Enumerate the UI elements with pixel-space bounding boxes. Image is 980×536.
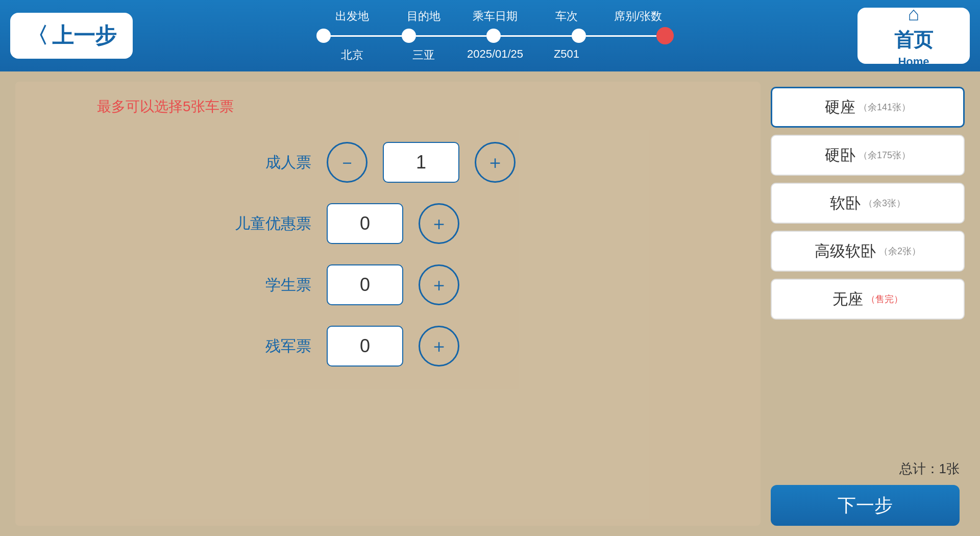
main-content: 最多可以选择5张车票 成人票 － 1 ＋ 儿童优惠票 0 ＋ 学生票 0 ＋ 残… [0, 71, 980, 536]
hard-sleeper-remain: （余175张） [859, 149, 911, 161]
premium-sleeper-remain: （余2张） [879, 245, 921, 257]
ticket-row-child: 儿童优惠票 0 ＋ [209, 203, 567, 244]
ticket-label-student: 学生票 [209, 275, 311, 296]
progress-steps: 出发地 目的地 乘车日期 车次 席别/张数 北京 三亚 2025/01/25 Z… [133, 9, 857, 63]
child-increase-button[interactable]: ＋ [419, 203, 459, 244]
step-values: 北京 三亚 2025/01/25 Z501 [316, 47, 674, 63]
step-line-1 [416, 35, 487, 37]
back-button[interactable]: 〈 上一步 [10, 13, 133, 59]
seat-button-hard-sleeper[interactable]: 硬卧 （余175张） [771, 135, 965, 176]
step-label-3: 车次 [536, 9, 597, 24]
home-sub-label: Home [898, 55, 929, 68]
left-panel: 最多可以选择5张车票 成人票 － 1 ＋ 儿童优惠票 0 ＋ 学生票 0 ＋ 残… [15, 82, 761, 526]
step-label-4: 席别/张数 [607, 9, 669, 24]
ticket-label-child: 儿童优惠票 [209, 213, 311, 234]
next-button[interactable]: 下一步 [771, 485, 960, 526]
seat-button-hard-seat[interactable]: 硬座 （余141张） [771, 87, 965, 128]
right-panel: 硬座 （余141张） 硬卧 （余175张） 软卧 （余3张） 高级软卧 （余2张… [771, 82, 965, 526]
step-value-0: 北京 [322, 47, 383, 63]
soft-sleeper-name: 软卧 [830, 193, 861, 214]
step-dot-2 [486, 29, 501, 43]
step-label-2: 乘车日期 [464, 9, 526, 24]
ticket-label-adult: 成人票 [209, 152, 311, 173]
veteran-qty-display: 0 [327, 326, 403, 367]
seat-button-no-seat[interactable]: 无座 （售完） [771, 279, 965, 320]
veteran-increase-button[interactable]: ＋ [419, 326, 459, 367]
steps-track [316, 27, 674, 44]
step-value-3: Z501 [536, 47, 597, 63]
back-arrow-icon: 〈 [27, 21, 48, 50]
total-area: 总计：1张 下一步 [771, 460, 965, 526]
adult-increase-button[interactable]: ＋ [475, 142, 516, 183]
step-label-0: 出发地 [322, 9, 383, 24]
seat-button-premium-sleeper[interactable]: 高级软卧 （余2张） [771, 231, 965, 272]
step-line-3 [586, 35, 657, 37]
step-line-2 [501, 35, 572, 37]
ticket-label-veteran: 残军票 [209, 336, 311, 357]
step-value-2: 2025/01/25 [464, 47, 526, 63]
step-dot-4 [656, 27, 674, 44]
adult-decrease-button[interactable]: － [327, 142, 368, 183]
home-label: 首页 [894, 27, 933, 53]
step-line-0 [331, 35, 402, 37]
max-notice: 最多可以选择5张车票 [97, 97, 234, 116]
no-seat-remain: （售完） [866, 293, 903, 305]
step-labels: 出发地 目的地 乘车日期 车次 席别/张数 [316, 9, 674, 24]
step-value-4 [607, 47, 669, 63]
adult-qty-display: 1 [383, 142, 459, 183]
home-button[interactable]: ⌂ 首页 Home [857, 8, 970, 64]
student-qty-display: 0 [327, 264, 403, 305]
step-dot-3 [572, 29, 586, 43]
home-icon: ⌂ [908, 3, 920, 25]
student-increase-button[interactable]: ＋ [419, 264, 459, 305]
header: 〈 上一步 出发地 目的地 乘车日期 车次 席别/张数 北京 三亚 2025/0… [0, 0, 980, 71]
ticket-row-student: 学生票 0 ＋ [209, 264, 567, 305]
step-dot-1 [402, 29, 416, 43]
step-label-1: 目的地 [393, 9, 454, 24]
step-dot-0 [316, 29, 331, 43]
soft-sleeper-remain: （余3张） [864, 197, 905, 209]
child-qty-display: 0 [327, 203, 403, 244]
no-seat-name: 无座 [832, 289, 863, 310]
back-label: 上一步 [52, 21, 116, 50]
hard-sleeper-name: 硬卧 [825, 145, 855, 166]
premium-sleeper-name: 高级软卧 [815, 241, 876, 262]
hard-seat-name: 硬座 [825, 97, 855, 118]
ticket-row-adult: 成人票 － 1 ＋ [209, 142, 567, 183]
next-label: 下一步 [838, 493, 893, 518]
total-text: 总计：1张 [771, 460, 960, 478]
seat-button-soft-sleeper[interactable]: 软卧 （余3张） [771, 183, 965, 224]
hard-seat-remain: （余141张） [859, 101, 911, 113]
ticket-row-veteran: 残军票 0 ＋ [209, 326, 567, 367]
step-value-1: 三亚 [393, 47, 454, 63]
